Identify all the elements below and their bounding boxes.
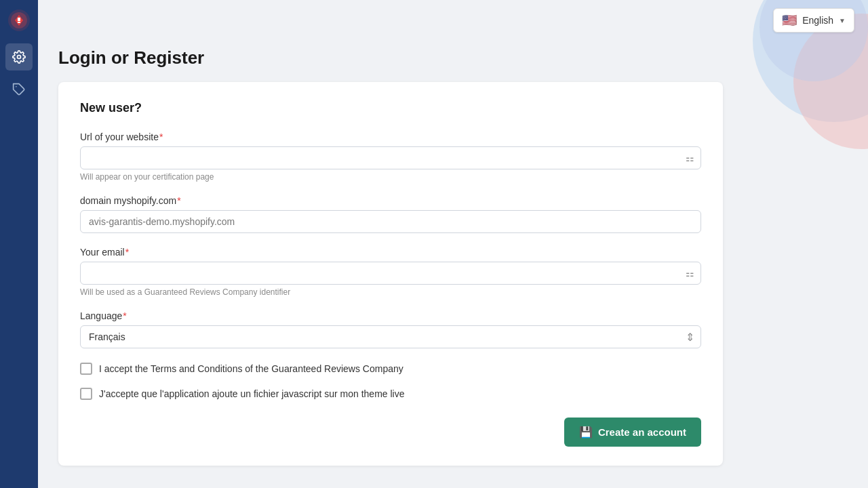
save-icon: 💾 (579, 426, 593, 439)
registration-card: New user? Url of your website* ⚏ Will ap… (58, 82, 723, 466)
language-flag: 🇺🇸 (782, 13, 797, 28)
language-selector[interactable]: 🇺🇸 English ▼ (773, 8, 854, 33)
header-bar: 🇺🇸 English ▼ (38, 0, 868, 41)
sidebar-item-tag[interactable] (5, 76, 33, 103)
email-input-wrapper: ⚏ (80, 262, 701, 285)
svg-rect-2 (18, 18, 20, 21)
main-content: 🇺🇸 English ▼ Login or Register New user?… (38, 0, 868, 488)
website-url-input-wrapper: ⚏ (80, 146, 701, 169)
svg-rect-3 (18, 22, 20, 23)
language-select[interactable]: Français English Español Deutsch Italian… (80, 325, 701, 348)
chevron-down-icon: ▼ (839, 17, 846, 24)
domain-label: domain myshopify.com* (80, 195, 701, 206)
create-account-button[interactable]: 💾 Create an account (564, 418, 701, 447)
website-url-label: Url of your website* (80, 131, 701, 142)
page-title: Login or Register (58, 47, 848, 68)
page-content: Login or Register New user? Url of your … (38, 41, 868, 488)
javascript-checkbox-group: J'accepte que l'application ajoute un fi… (80, 387, 701, 401)
email-input[interactable] (80, 262, 701, 285)
domain-input[interactable] (80, 210, 701, 233)
svg-point-4 (18, 56, 21, 59)
language-select-wrapper: Français English Español Deutsch Italian… (80, 325, 701, 348)
language-label: English (802, 15, 833, 26)
email-group: Your email* ⚏ Will be used as a Guarante… (80, 247, 701, 297)
terms-checkbox-group: I accept the Terms and Conditions of the… (80, 362, 701, 376)
email-label: Your email* (80, 247, 701, 258)
website-url-group: Url of your website* ⚏ Will appear on yo… (80, 131, 701, 182)
javascript-label[interactable]: J'accepte que l'application ajoute un fi… (99, 387, 404, 401)
create-account-label: Create an account (598, 426, 686, 438)
language-group: Language* Français English Español Deuts… (80, 310, 701, 348)
terms-checkbox[interactable] (80, 363, 92, 375)
card-subtitle: New user? (80, 101, 701, 115)
website-url-hint: Will appear on your certification page (80, 172, 701, 182)
terms-label[interactable]: I accept the Terms and Conditions of the… (99, 362, 403, 376)
form-actions: 💾 Create an account (80, 418, 701, 447)
website-url-input[interactable] (80, 146, 701, 169)
sidebar (0, 0, 38, 488)
email-hint: Will be used as a Guaranteed Reviews Com… (80, 287, 701, 297)
domain-group: domain myshopify.com* (80, 195, 701, 233)
javascript-checkbox[interactable] (80, 388, 92, 400)
language-field-label: Language* (80, 310, 701, 321)
sidebar-item-settings[interactable] (5, 43, 33, 70)
sidebar-logo (7, 8, 31, 33)
